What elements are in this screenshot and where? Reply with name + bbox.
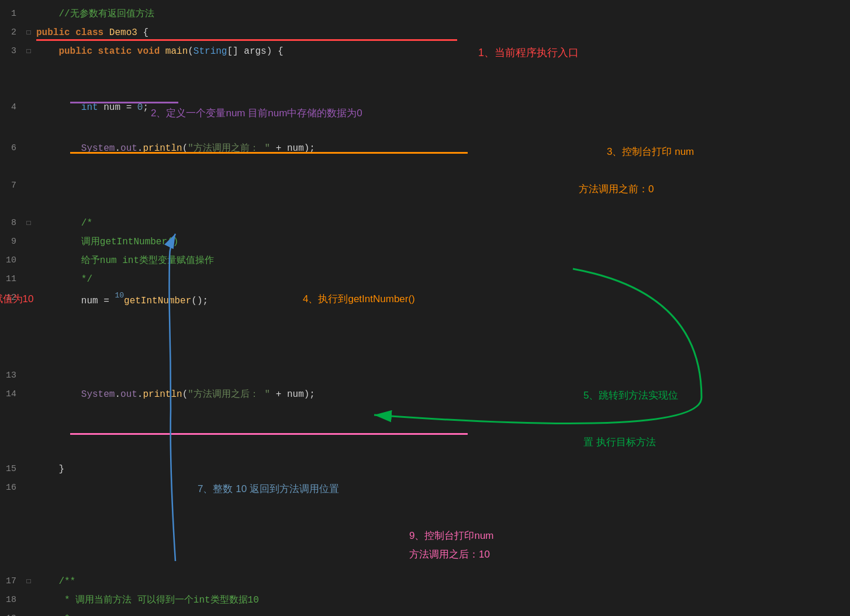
code-line: public static void main(String[] args) {… [34,42,850,98]
line-number: 11 [0,270,23,289]
code-line: num = 10getIntNumber(); 8、num赋值为10 4、执行到… [34,289,850,366]
code-line: 调用getIntNumber() [34,233,850,251]
line-number: 15 [0,460,23,479]
line-4: 4 int num = 0; [0,98,850,117]
line-17: 17 □ /** [0,572,850,591]
line-number: 7 [0,177,23,195]
line-number: 12 [0,289,23,307]
line-6: 6 System.out.println("方法调用之前： " + num); [0,139,850,158]
code-editor: 1 //无参数有返回值方法 2 □ public class Demo3 { 3… [0,0,850,616]
line-13: 13 [0,366,850,385]
line-number: 6 [0,139,23,158]
line-number: 19 [0,610,23,616]
line-number: 9 [0,233,23,251]
code-line: 7、整数 10 返回到方法调用位置 [34,479,850,535]
line-3: 3 □ public static void main(String[] arg… [0,42,850,98]
fold-icon: □ [23,572,34,591]
code-line: */ [34,270,850,289]
line-9: 9 调用getIntNumber() [0,233,850,251]
line-number: 8 [0,214,23,233]
code-line: int num = 0; [34,98,850,117]
fold-icon: □ [23,214,34,233]
line-number: 17 [0,572,23,591]
code-line: /** [34,572,850,591]
line-15: 15 } [0,460,850,479]
line-number: 16 [0,479,23,497]
line-14-ann: 置 执行目标方法 [0,441,850,460]
line-8: 8 □ /* [0,214,850,233]
code-line: * [34,610,850,616]
code-line: } [34,460,850,479]
line-12: 12 num = 10getIntNumber(); 8、num赋值为10 4、… [0,289,850,366]
line-number: 4 [0,98,23,117]
line-ann9b: 方法调用之后：10 [0,553,850,572]
code-line: /* [34,214,850,233]
line-11: 11 */ [0,270,850,289]
line-number: 2 [0,23,23,42]
line-19: 19 * [0,610,850,616]
line-1: 1 //无参数有返回值方法 [0,5,850,23]
line-number: 3 [0,42,23,61]
code-line: 给予num int类型变量赋值操作 [34,251,850,270]
code-line: System.out.println("方法调用之前： " + num); [34,139,850,158]
fold-icon: □ [23,23,34,42]
line-6-ann: 3、控制台打印 num [0,158,850,177]
fold-icon: □ [23,42,34,61]
line-10: 10 给予num int类型变量赋值操作 [0,251,850,270]
line-number: 1 [0,5,23,23]
line-18: 18 * 调用当前方法 可以得到一个int类型数据10 [0,591,850,610]
line-number: 18 [0,591,23,610]
line-5: 2、定义一个变量num 目前num中存储的数据为0 [0,117,850,136]
line-16: 16 7、整数 10 返回到方法调用位置 [0,479,850,535]
line-7: 7 [0,177,850,195]
line-number: 14 [0,385,23,404]
line-7-ann: 方法调用之前：0 [0,195,850,214]
line-number: 10 [0,251,23,270]
code-line: //无参数有返回值方法 [34,5,850,23]
line-number: 13 [0,366,23,385]
line-ann9: 9、控制台打印num [0,535,850,553]
code-line: * 调用当前方法 可以得到一个int类型数据10 [34,591,850,610]
